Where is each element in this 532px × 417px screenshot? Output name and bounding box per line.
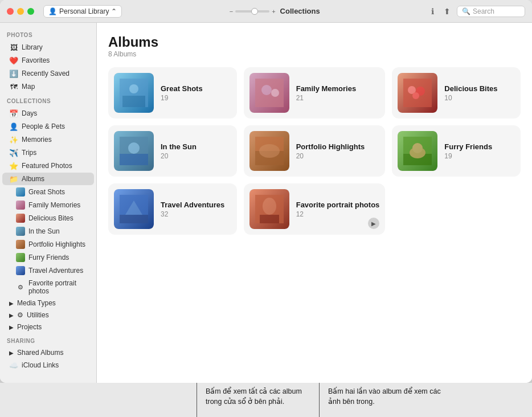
- furry-friends-name: Furry Friends: [444, 142, 515, 151]
- share-icon[interactable]: ⬆: [442, 6, 452, 17]
- sidebar-item-shared-albums[interactable]: ▶ Shared Albums: [2, 347, 94, 358]
- family-memories-count: 21: [296, 94, 380, 102]
- sharing-section-header: Sharing: [0, 333, 96, 346]
- album-card-family-memories[interactable]: Family Memories 21: [244, 67, 386, 118]
- portfolio-highlights-thumb: [249, 131, 289, 171]
- sidebar-sub-in-the-sun[interactable]: In the Sun: [2, 225, 94, 238]
- chevron-icon: ⌃: [111, 7, 117, 15]
- media-types-label: Media Types: [17, 299, 56, 307]
- maximize-button[interactable]: [27, 8, 34, 15]
- favorite-portrait-count: 12: [296, 210, 380, 218]
- album-card-travel-adventures[interactable]: Travel Adventures 32: [108, 183, 237, 235]
- sidebar-item-utilities[interactable]: ▶ ⚙ Utilities: [2, 309, 94, 321]
- sidebar-item-library[interactable]: 🖼 Library: [2, 41, 94, 54]
- family-memories-name: Family Memories: [296, 84, 380, 93]
- shared-expand-icon: ▶: [9, 350, 14, 356]
- recently-saved-label: Recently Saved: [22, 70, 69, 77]
- titlebar-actions: ℹ ⬆ 🔍 Search: [427, 6, 525, 17]
- album-card-furry-friends[interactable]: Furry Friends 19: [392, 125, 521, 177]
- search-box[interactable]: 🔍 Search: [457, 6, 525, 17]
- in-the-sun-label: In the Sun: [28, 227, 60, 235]
- window-title: Collections: [280, 7, 320, 15]
- days-label: Days: [22, 109, 37, 117]
- sidebar-item-memories[interactable]: ✨ Memories: [2, 133, 94, 146]
- sidebar-item-days[interactable]: 📅 Days: [2, 107, 94, 120]
- albums-header: Albums 8 Albums: [108, 34, 521, 58]
- app-body: Photos 🖼 Library ❤️ Favorites ⬇️ Recentl…: [0, 23, 532, 383]
- sidebar-sub-favorite-portrait[interactable]: ⚙ Favorite portrait photos: [2, 277, 94, 297]
- person-icon: 👤: [48, 7, 57, 15]
- sidebar-sub-travel-adventures[interactable]: Travel Adventures: [2, 264, 94, 277]
- svg-point-4: [261, 85, 272, 95]
- favorites-icon: ❤️: [9, 56, 18, 65]
- minimize-button[interactable]: [17, 8, 24, 15]
- left-annotation-line: [197, 383, 197, 417]
- svg-point-24: [263, 198, 276, 215]
- sidebar-sub-great-shots[interactable]: Great Shots: [2, 186, 94, 198]
- zoom-slider[interactable]: − +: [230, 8, 276, 15]
- sidebar-item-recently-saved[interactable]: ⬇️ Recently Saved: [2, 67, 94, 80]
- library-label: Library: [22, 43, 43, 51]
- annotation-spacer-left: [0, 383, 197, 417]
- library-selector[interactable]: 👤 Personal Library ⌃: [43, 5, 122, 18]
- favorites-label: Favorites: [22, 56, 50, 64]
- library-label: Personal Library: [59, 7, 109, 15]
- album-card-favorite-portrait[interactable]: Favorite portrait photos 12 ▶: [244, 183, 386, 235]
- furry-friends-thumb: [16, 253, 25, 262]
- people-pets-icon: 👤: [9, 122, 18, 131]
- traffic-lights: [7, 8, 34, 15]
- svg-point-5: [271, 89, 279, 97]
- delicious-bites-label: Delicious Bites: [28, 214, 73, 222]
- app-window: 👤 Personal Library ⌃ − + Collections ℹ ⬆…: [0, 0, 532, 383]
- shared-albums-label: Shared Albums: [17, 349, 63, 357]
- sidebar-item-albums[interactable]: 📁 Albums: [2, 173, 94, 185]
- sidebar-item-map[interactable]: 🗺 Map: [2, 80, 94, 93]
- sidebar-item-people-pets[interactable]: 👤 People & Pets: [2, 120, 94, 133]
- days-icon: 📅: [9, 109, 18, 118]
- portfolio-highlights-info: Portfolio Highlights 20: [296, 142, 380, 160]
- in-the-sun-name: In the Sun: [161, 142, 231, 151]
- great-shots-name: Great Shots: [161, 84, 231, 93]
- info-icon[interactable]: ℹ: [427, 6, 437, 17]
- sidebar-item-media-types[interactable]: ▶ Media Types: [2, 297, 94, 309]
- projects-label: Projects: [17, 323, 42, 331]
- sidebar-sub-portfolio-highlights[interactable]: Portfolio Highlights: [2, 238, 94, 251]
- sidebar-item-trips[interactable]: ✈️ Trips: [2, 146, 94, 159]
- recently-saved-icon: ⬇️: [9, 69, 18, 78]
- svg-point-19: [412, 143, 423, 153]
- great-shots-label: Great Shots: [28, 188, 65, 196]
- svg-rect-25: [260, 215, 279, 223]
- sidebar-item-favorites[interactable]: ❤️ Favorites: [2, 54, 94, 67]
- album-card-great-shots[interactable]: Great Shots 19: [108, 67, 237, 118]
- sidebar-item-icloud-links[interactable]: ☁️ iCloud Links: [2, 359, 94, 371]
- great-shots-thumb: [114, 73, 154, 113]
- in-the-sun-count: 20: [161, 152, 231, 160]
- album-card-delicious-bites[interactable]: Delicious Bites 10: [392, 67, 521, 118]
- collections-section-header: Collections: [0, 93, 96, 107]
- featured-photos-icon: ⭐: [9, 161, 18, 170]
- sidebar-item-featured-photos[interactable]: ⭐ Featured Photos: [2, 160, 94, 172]
- albums-label: Albums: [22, 175, 44, 183]
- family-memories-info: Family Memories 21: [296, 84, 380, 102]
- utilities-icon: ⚙: [17, 311, 23, 319]
- play-icon[interactable]: ▶: [368, 218, 379, 229]
- furry-friends-info: Furry Friends 19: [444, 142, 515, 160]
- sidebar-sub-furry-friends[interactable]: Furry Friends: [2, 251, 94, 264]
- furry-friends-label: Furry Friends: [28, 254, 69, 261]
- annotation-area: Bấm để xem tất cả các album trong cửa sổ…: [0, 383, 532, 417]
- search-placeholder: Search: [473, 7, 494, 15]
- svg-point-1: [129, 84, 138, 93]
- sidebar-item-projects[interactable]: ▶ Projects: [2, 321, 94, 333]
- titlebar-center: − + Collections: [126, 7, 423, 15]
- album-card-portfolio-highlights[interactable]: Portfolio Highlights 20: [244, 125, 386, 177]
- album-card-in-the-sun[interactable]: In the Sun 20: [108, 125, 237, 177]
- albums-grid: Great Shots 19: [108, 67, 521, 235]
- close-button[interactable]: [7, 8, 14, 15]
- slider-thumb[interactable]: [251, 8, 258, 15]
- sidebar-sub-family-memories[interactable]: Family Memories: [2, 199, 94, 211]
- furry-friends-count: 19: [444, 152, 515, 160]
- annotation-left-content: Bấm để xem tất cả các album trong cửa sổ…: [206, 387, 302, 406]
- zoom-plus: +: [272, 8, 275, 15]
- sidebar-sub-delicious-bites[interactable]: Delicious Bites: [2, 212, 94, 224]
- slider-track[interactable]: [235, 10, 269, 13]
